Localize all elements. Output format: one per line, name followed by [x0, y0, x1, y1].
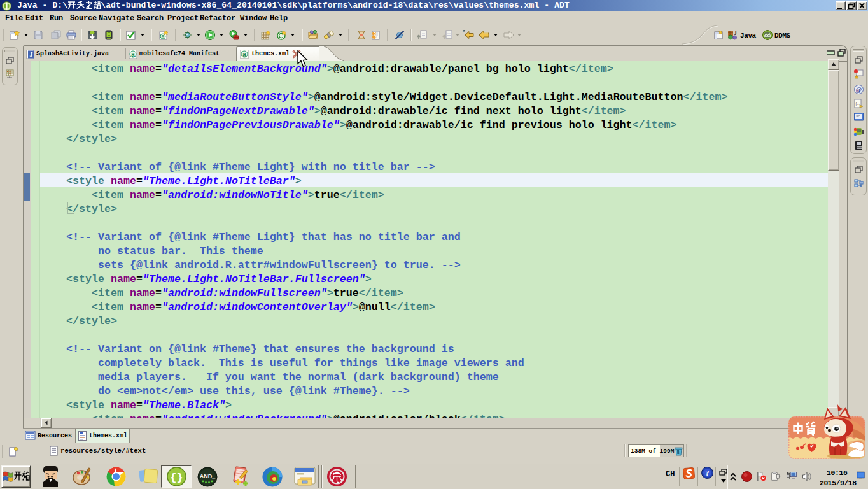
- svg-text:AND_: AND_: [200, 473, 216, 479]
- svg-text:*: *: [463, 30, 465, 36]
- svg-text:a: a: [131, 52, 135, 59]
- svg-text:a: a: [161, 34, 164, 40]
- svg-text:@: @: [856, 86, 862, 93]
- svg-text:{..: {..: [855, 101, 860, 106]
- svg-text:J: J: [30, 51, 33, 58]
- svg-text:{}: {}: [170, 472, 183, 484]
- svg-text:a: a: [242, 52, 246, 59]
- svg-text:?: ?: [706, 469, 710, 478]
- svg-text:J: J: [734, 29, 737, 36]
